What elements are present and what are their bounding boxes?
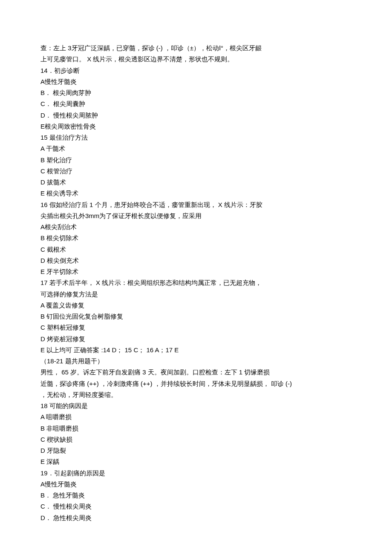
text-line: C 塑料桩冠修复 (40, 322, 352, 333)
text-line: D 拔髓术 (40, 177, 352, 188)
text-line: 14．初步诊断 (40, 65, 352, 76)
text-line: 19．引起剧痛的原因是 (40, 468, 352, 479)
text-line: C 截根术 (40, 244, 352, 255)
text-line: D 根尖倒充术 (40, 255, 352, 266)
text-line: A 干髓术 (40, 143, 352, 154)
text-line: 上可见瘘管口。 X 线片示，根尖透影区边界不清楚，形状也不规则。 (40, 54, 352, 65)
text-line: E根尖周致密性骨炎 (40, 121, 352, 132)
text-line: 查：左上 3牙冠广泛深龋，已穿髓，探诊 (-) ，叩诊（±），松动Ⅰ°，根尖区牙… (40, 43, 352, 54)
text-line: A慢性牙髓炎 (40, 76, 352, 87)
text-line: 男性， 65 岁。诉左下前牙自发剧痛 3 天。夜间加剧。口腔检查：左下 1 切缘… (40, 367, 352, 378)
text-line: B 根尖切除术 (40, 233, 352, 244)
text-line: 16 假如经治疗后 1 个月，患牙始终咬合不适，瘘管重新出现， X 线片示：牙胶 (40, 199, 352, 210)
text-line: A 咀嚼磨损 (40, 411, 352, 423)
text-line: C 根管治疗 (40, 166, 352, 177)
text-line: 18 可能的病因是 (40, 400, 352, 411)
text-line: 17 若手术后半年， X 线片示：根尖周组织形态和结构均属正常，已无超充物， (40, 277, 352, 288)
text-line: B 钉固位光固化复合树脂修复 (40, 311, 352, 322)
text-line: D 烤瓷桩冠修复 (40, 334, 352, 345)
text-line: E 根尖诱导术 (40, 188, 352, 199)
text-line: C． 慢性根尖周炎 (40, 501, 352, 512)
text-line: 尖插出根尖孔外3mm为了保证牙根长度以便修复，应采用 (40, 210, 352, 221)
text-line: E 以上均可 正确答案 :14 D； 15 C； 16 A；17 E (40, 345, 352, 356)
text-line: B． 急性牙髓炎 (40, 490, 352, 501)
document-content: 查：左上 3牙冠广泛深龋，已穿髓，探诊 (-) ，叩诊（±），松动Ⅰ°，根尖区牙… (40, 43, 352, 523)
text-line: E 牙半切除术 (40, 266, 352, 277)
text-line: D． 急性根尖周炎 (40, 512, 352, 523)
text-line: D． 慢性根尖周脓肿 (40, 110, 352, 121)
text-line: D 牙隐裂 (40, 445, 352, 456)
text-line: B 非咀嚼磨损 (40, 423, 352, 434)
text-line: 近髓，探诊疼痛 (++) ，冷刺激疼痛 (++) ，并持续较长时间，牙体未见明显… (40, 378, 352, 389)
text-line: B． 根尖周肉芽肿 (40, 87, 352, 98)
text-line: ，无松动，牙周轻度萎缩。 (40, 389, 352, 400)
text-line: B 塑化治疗 (40, 155, 352, 166)
text-line: A 覆盖义齿修复 (40, 300, 352, 311)
text-line: A根尖刮治术 (40, 221, 352, 233)
text-line: 可选择的修复方法是 (40, 289, 352, 300)
text-line: （18-21 题共用题干） (40, 356, 352, 367)
text-line: 15 最佳治疗方法 (40, 132, 352, 143)
text-line: C． 根尖周囊肿 (40, 98, 352, 109)
text-line: E 深龋 (40, 456, 352, 467)
text-line: A慢性牙髓炎 (40, 479, 352, 490)
text-line: C 楔状缺损 (40, 434, 352, 445)
